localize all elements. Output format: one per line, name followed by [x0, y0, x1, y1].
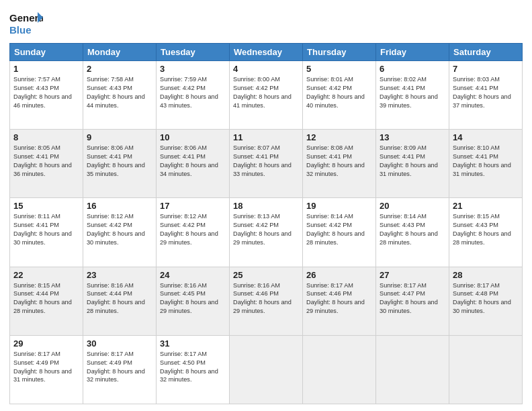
day-number: 7: [453, 64, 519, 74]
day-number: 8: [13, 132, 79, 142]
calendar-cell: 14Sunrise: 8:10 AMSunset: 4:41 PMDayligh…: [449, 130, 523, 198]
calendar-header-sunday: Sunday: [10, 44, 83, 61]
calendar-cell: 30Sunrise: 8:17 AMSunset: 4:49 PMDayligh…: [83, 335, 157, 404]
day-detail: Sunrise: 8:15 AMSunset: 4:43 PMDaylight:…: [453, 212, 519, 247]
day-number: 19: [306, 201, 372, 211]
calendar-cell: 6Sunrise: 8:02 AMSunset: 4:41 PMDaylight…: [376, 61, 449, 130]
day-number: 15: [13, 201, 79, 211]
calendar-week-row: 15Sunrise: 8:11 AMSunset: 4:41 PMDayligh…: [10, 198, 523, 267]
day-detail: Sunrise: 8:17 AMSunset: 4:46 PMDaylight:…: [306, 281, 372, 316]
day-number: 23: [87, 270, 152, 280]
calendar-cell: 25Sunrise: 8:16 AMSunset: 4:46 PMDayligh…: [230, 267, 303, 335]
calendar-cell: 18Sunrise: 8:13 AMSunset: 4:42 PMDayligh…: [230, 198, 303, 267]
calendar-header-thursday: Thursday: [303, 44, 376, 61]
svg-text:Blue: Blue: [9, 24, 32, 36]
day-detail: Sunrise: 8:09 AMSunset: 4:41 PMDaylight:…: [380, 144, 445, 179]
day-detail: Sunrise: 8:10 AMSunset: 4:41 PMDaylight:…: [453, 144, 519, 179]
calendar-cell: 22Sunrise: 8:15 AMSunset: 4:44 PMDayligh…: [10, 267, 83, 335]
day-number: 4: [233, 64, 299, 74]
day-detail: Sunrise: 8:02 AMSunset: 4:41 PMDaylight:…: [380, 75, 445, 110]
calendar-cell: 21Sunrise: 8:15 AMSunset: 4:43 PMDayligh…: [449, 198, 523, 267]
calendar-cell: [230, 335, 303, 404]
day-number: 6: [380, 64, 445, 74]
day-number: 1: [13, 64, 79, 74]
day-detail: Sunrise: 8:00 AMSunset: 4:42 PMDaylight:…: [233, 75, 299, 110]
day-number: 22: [13, 270, 79, 280]
day-detail: Sunrise: 8:16 AMSunset: 4:44 PMDaylight:…: [87, 281, 152, 316]
day-number: 17: [160, 201, 226, 211]
day-detail: Sunrise: 8:12 AMSunset: 4:42 PMDaylight:…: [160, 212, 226, 247]
calendar-cell: 24Sunrise: 8:16 AMSunset: 4:45 PMDayligh…: [157, 267, 230, 335]
day-detail: Sunrise: 8:13 AMSunset: 4:42 PMDaylight:…: [233, 212, 299, 247]
day-number: 28: [453, 270, 519, 280]
calendar-cell: 11Sunrise: 8:07 AMSunset: 4:41 PMDayligh…: [230, 130, 303, 198]
calendar-cell: 26Sunrise: 8:17 AMSunset: 4:46 PMDayligh…: [303, 267, 376, 335]
day-detail: Sunrise: 8:16 AMSunset: 4:45 PMDaylight:…: [160, 281, 226, 316]
day-detail: Sunrise: 8:14 AMSunset: 4:43 PMDaylight:…: [380, 212, 445, 247]
day-number: 18: [233, 201, 299, 211]
day-number: 24: [160, 270, 226, 280]
calendar-cell: 23Sunrise: 8:16 AMSunset: 4:44 PMDayligh…: [83, 267, 157, 335]
day-number: 2: [87, 64, 152, 74]
day-detail: Sunrise: 8:17 AMSunset: 4:49 PMDaylight:…: [13, 350, 79, 385]
day-number: 3: [160, 64, 226, 74]
calendar-cell: 28Sunrise: 8:17 AMSunset: 4:48 PMDayligh…: [449, 267, 523, 335]
calendar-header-row: SundayMondayTuesdayWednesdayThursdayFrid…: [10, 44, 523, 61]
day-detail: Sunrise: 8:14 AMSunset: 4:42 PMDaylight:…: [306, 212, 372, 247]
day-detail: Sunrise: 8:17 AMSunset: 4:47 PMDaylight:…: [380, 281, 445, 316]
day-detail: Sunrise: 8:06 AMSunset: 4:41 PMDaylight:…: [160, 144, 226, 179]
day-detail: Sunrise: 8:08 AMSunset: 4:41 PMDaylight:…: [306, 144, 372, 179]
day-number: 20: [380, 201, 445, 211]
day-detail: Sunrise: 8:17 AMSunset: 4:49 PMDaylight:…: [87, 350, 152, 385]
calendar-header-monday: Monday: [83, 44, 157, 61]
day-number: 14: [453, 132, 519, 142]
calendar-cell: 31Sunrise: 8:17 AMSunset: 4:50 PMDayligh…: [157, 335, 230, 404]
day-detail: Sunrise: 8:07 AMSunset: 4:41 PMDaylight:…: [233, 144, 299, 179]
calendar-cell: 13Sunrise: 8:09 AMSunset: 4:41 PMDayligh…: [376, 130, 449, 198]
calendar-cell: 29Sunrise: 8:17 AMSunset: 4:49 PMDayligh…: [10, 335, 83, 404]
calendar-header-tuesday: Tuesday: [157, 44, 230, 61]
calendar-cell: 1Sunrise: 7:57 AMSunset: 4:43 PMDaylight…: [10, 61, 83, 130]
calendar-header-friday: Friday: [376, 44, 449, 61]
day-number: 31: [160, 338, 226, 349]
day-number: 10: [160, 132, 226, 142]
calendar-week-row: 29Sunrise: 8:17 AMSunset: 4:49 PMDayligh…: [10, 335, 523, 404]
day-detail: Sunrise: 8:11 AMSunset: 4:41 PMDaylight:…: [13, 212, 79, 247]
calendar-cell: 16Sunrise: 8:12 AMSunset: 4:42 PMDayligh…: [83, 198, 157, 267]
logo: General Blue: [9, 11, 43, 39]
calendar-header-saturday: Saturday: [449, 44, 523, 61]
calendar-cell: 19Sunrise: 8:14 AMSunset: 4:42 PMDayligh…: [303, 198, 376, 267]
day-detail: Sunrise: 7:58 AMSunset: 4:43 PMDaylight:…: [87, 75, 152, 110]
calendar-cell: 7Sunrise: 8:03 AMSunset: 4:41 PMDaylight…: [449, 61, 523, 130]
header: General Blue: [9, 7, 523, 39]
calendar-cell: 20Sunrise: 8:14 AMSunset: 4:43 PMDayligh…: [376, 198, 449, 267]
calendar-cell: [303, 335, 376, 404]
calendar-cell: 27Sunrise: 8:17 AMSunset: 4:47 PMDayligh…: [376, 267, 449, 335]
day-detail: Sunrise: 8:17 AMSunset: 4:50 PMDaylight:…: [160, 350, 226, 385]
logo-svg: General Blue: [9, 11, 43, 36]
calendar-cell: 5Sunrise: 8:01 AMSunset: 4:42 PMDaylight…: [303, 61, 376, 130]
calendar-cell: 2Sunrise: 7:58 AMSunset: 4:43 PMDaylight…: [83, 61, 157, 130]
calendar-cell: 9Sunrise: 8:06 AMSunset: 4:41 PMDaylight…: [83, 130, 157, 198]
day-number: 5: [306, 64, 372, 74]
day-detail: Sunrise: 8:03 AMSunset: 4:41 PMDaylight:…: [453, 75, 519, 110]
day-detail: Sunrise: 8:06 AMSunset: 4:41 PMDaylight:…: [87, 144, 152, 179]
day-detail: Sunrise: 8:16 AMSunset: 4:46 PMDaylight:…: [233, 281, 299, 316]
day-number: 26: [306, 270, 372, 280]
day-detail: Sunrise: 7:57 AMSunset: 4:43 PMDaylight:…: [13, 75, 79, 110]
calendar-header-wednesday: Wednesday: [230, 44, 303, 61]
day-detail: Sunrise: 8:01 AMSunset: 4:42 PMDaylight:…: [306, 75, 372, 110]
day-number: 13: [380, 132, 445, 142]
calendar-cell: 4Sunrise: 8:00 AMSunset: 4:42 PMDaylight…: [230, 61, 303, 130]
day-number: 25: [233, 270, 299, 280]
day-number: 27: [380, 270, 445, 280]
day-number: 9: [87, 132, 152, 142]
day-detail: Sunrise: 8:05 AMSunset: 4:41 PMDaylight:…: [13, 144, 79, 179]
calendar-cell: 10Sunrise: 8:06 AMSunset: 4:41 PMDayligh…: [157, 130, 230, 198]
calendar-week-row: 8Sunrise: 8:05 AMSunset: 4:41 PMDaylight…: [10, 130, 523, 198]
day-number: 30: [87, 338, 152, 349]
calendar-cell: 12Sunrise: 8:08 AMSunset: 4:41 PMDayligh…: [303, 130, 376, 198]
day-detail: Sunrise: 8:15 AMSunset: 4:44 PMDaylight:…: [13, 281, 79, 316]
calendar-cell: 8Sunrise: 8:05 AMSunset: 4:41 PMDaylight…: [10, 130, 83, 198]
calendar-cell: [376, 335, 449, 404]
